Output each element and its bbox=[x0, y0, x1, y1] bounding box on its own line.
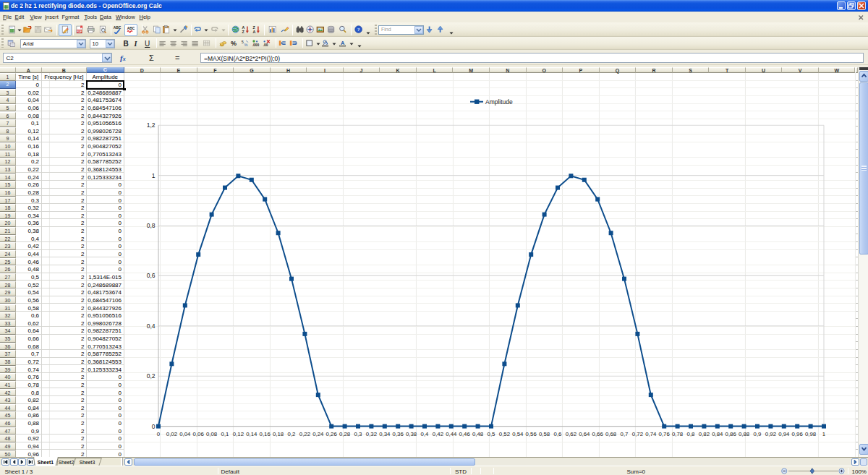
svg-text:1,2: 1,2 bbox=[147, 121, 156, 129]
svg-text:A: A bbox=[252, 30, 255, 34]
svg-text:?: ? bbox=[357, 27, 359, 32]
svg-text:0,82: 0,82 bbox=[699, 431, 710, 437]
svg-text:0,74: 0,74 bbox=[645, 431, 657, 437]
svg-text:0,5: 0,5 bbox=[488, 431, 496, 437]
svg-text:Z: Z bbox=[252, 25, 255, 30]
svg-text:%: % bbox=[244, 43, 247, 47]
svg-text:1: 1 bbox=[152, 172, 156, 179]
svg-text:0,48: 0,48 bbox=[472, 431, 483, 437]
svg-text:5: 5 bbox=[241, 40, 243, 44]
svg-text:0,78: 0,78 bbox=[672, 431, 683, 437]
svg-text:0,06: 0,06 bbox=[193, 431, 204, 437]
svg-text:.00: .00 bbox=[263, 43, 268, 47]
svg-text:0,08: 0,08 bbox=[206, 431, 217, 437]
svg-text:Sheet3: Sheet3 bbox=[80, 460, 95, 465]
svg-text:0,98: 0,98 bbox=[805, 431, 816, 437]
svg-text:0,24: 0,24 bbox=[312, 431, 324, 437]
svg-text:0,2: 0,2 bbox=[147, 372, 156, 380]
svg-text:.000: .000 bbox=[252, 43, 260, 47]
svg-text:A: A bbox=[340, 40, 344, 46]
svg-text:0,6: 0,6 bbox=[147, 272, 156, 279]
svg-text:0,1: 0,1 bbox=[221, 431, 229, 437]
svg-text:0,6: 0,6 bbox=[554, 431, 562, 437]
svg-text:0: 0 bbox=[152, 423, 156, 430]
svg-text:0,4: 0,4 bbox=[421, 431, 430, 437]
svg-text:0,86: 0,86 bbox=[726, 431, 736, 437]
svg-text:0,44: 0,44 bbox=[446, 431, 457, 437]
svg-text:0,42: 0,42 bbox=[433, 431, 443, 437]
svg-text:0,8: 0,8 bbox=[687, 431, 695, 437]
svg-text:0,88: 0,88 bbox=[739, 431, 749, 437]
svg-text:0,52: 0,52 bbox=[499, 431, 510, 437]
svg-text:0,94: 0,94 bbox=[778, 431, 790, 437]
svg-text:0,9: 0,9 bbox=[754, 431, 762, 437]
svg-text:Sheet1: Sheet1 bbox=[38, 460, 54, 465]
svg-text:0: 0 bbox=[157, 431, 161, 437]
svg-text:0,12: 0,12 bbox=[233, 431, 244, 437]
svg-text:0,04: 0,04 bbox=[179, 431, 191, 437]
svg-text:1: 1 bbox=[822, 431, 825, 437]
svg-text:0,76: 0,76 bbox=[659, 431, 670, 437]
svg-text:0,92: 0,92 bbox=[765, 431, 776, 437]
svg-text:Sheet2: Sheet2 bbox=[59, 460, 75, 465]
svg-text:0,22: 0,22 bbox=[299, 431, 310, 437]
svg-text:0,8: 0,8 bbox=[147, 222, 156, 229]
svg-text:0,26: 0,26 bbox=[326, 431, 337, 437]
svg-text:Amplitude: Amplitude bbox=[485, 98, 513, 106]
svg-text:0,84: 0,84 bbox=[712, 431, 723, 437]
svg-text:0,62: 0,62 bbox=[566, 431, 576, 437]
svg-text:0,58: 0,58 bbox=[539, 431, 550, 437]
svg-text:0,14: 0,14 bbox=[246, 431, 258, 437]
svg-text:0,2: 0,2 bbox=[288, 431, 296, 437]
svg-text:ABC: ABC bbox=[127, 27, 135, 30]
svg-text:0,46: 0,46 bbox=[459, 431, 470, 437]
svg-text:0,34: 0,34 bbox=[379, 431, 391, 437]
svg-text:0,64: 0,64 bbox=[579, 431, 590, 437]
svg-text:0,28: 0,28 bbox=[339, 431, 350, 437]
svg-text:ABC: ABC bbox=[113, 26, 121, 30]
svg-text:0,56: 0,56 bbox=[526, 431, 537, 437]
svg-text:0,16: 0,16 bbox=[260, 431, 271, 437]
svg-text:0,3: 0,3 bbox=[354, 431, 362, 437]
svg-text:0,68: 0,68 bbox=[605, 431, 616, 437]
svg-text:0,32: 0,32 bbox=[366, 431, 377, 437]
svg-text:A: A bbox=[242, 25, 244, 30]
svg-text:0,66: 0,66 bbox=[592, 431, 603, 437]
svg-text:Z: Z bbox=[242, 30, 244, 34]
svg-text:0,02: 0,02 bbox=[166, 431, 177, 437]
svg-text:0,54: 0,54 bbox=[512, 431, 524, 437]
svg-text:PDF: PDF bbox=[77, 30, 82, 33]
svg-text:0,36: 0,36 bbox=[393, 431, 404, 437]
svg-text:0,38: 0,38 bbox=[406, 431, 417, 437]
svg-text:0,4: 0,4 bbox=[147, 322, 156, 330]
svg-text:0,72: 0,72 bbox=[632, 431, 643, 437]
svg-text:0,7: 0,7 bbox=[621, 431, 629, 437]
svg-text:0,18: 0,18 bbox=[273, 431, 284, 437]
svg-text:0,96: 0,96 bbox=[792, 431, 803, 437]
